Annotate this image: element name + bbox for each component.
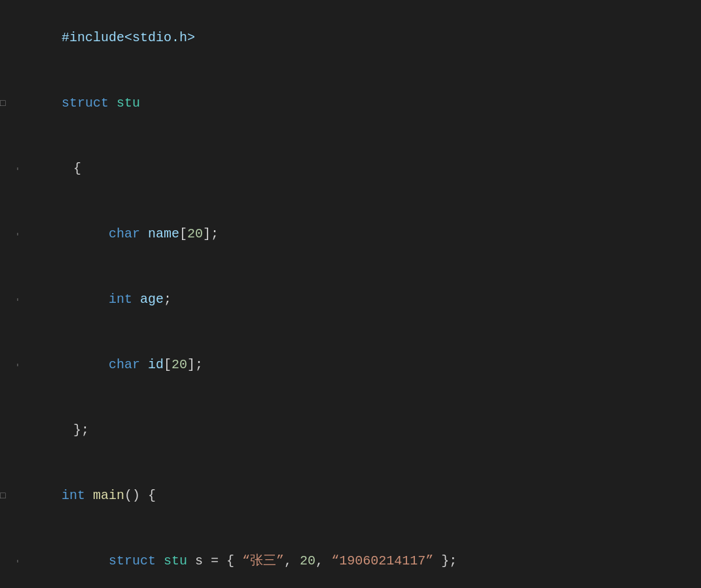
kw-char-4: char bbox=[109, 226, 148, 241]
kw-char-6: char bbox=[109, 357, 148, 372]
str-zhangsan: “张三” bbox=[242, 553, 284, 568]
code-editor: #include<stdio.h> □ struct stu { char na… bbox=[0, 0, 701, 588]
no-fold-1 bbox=[0, 31, 12, 45]
line-content-6: char id[20]; bbox=[59, 334, 701, 396]
no-fold-3 bbox=[0, 162, 12, 176]
no-fold-5 bbox=[0, 292, 12, 307]
struct-stu: stu bbox=[117, 95, 140, 111]
kw-int-8: int bbox=[62, 488, 93, 503]
var-s-9: s = { bbox=[187, 553, 242, 568]
var-age-5: age bbox=[140, 292, 164, 307]
kw-struct: struct bbox=[62, 95, 117, 111]
brackets-4: [ bbox=[179, 226, 187, 241]
code-line-3: { bbox=[0, 136, 701, 201]
code-line-7: }; bbox=[0, 398, 701, 463]
code-line-1: #include<stdio.h> bbox=[0, 5, 701, 71]
code-line-2: □ struct stu bbox=[0, 71, 701, 136]
line-content-7: }; bbox=[24, 399, 701, 462]
brackets-6: [ bbox=[164, 357, 171, 372]
kw-struct-9: struct bbox=[109, 553, 164, 568]
line-content-5: int age; bbox=[59, 268, 701, 331]
line-content-1: #include<stdio.h> bbox=[12, 7, 701, 69]
code-line-8: □ int main() { bbox=[0, 463, 701, 528]
open-brace-3: { bbox=[73, 161, 81, 176]
close-brace-semi-7: }; bbox=[73, 423, 89, 438]
kw-int-5: int bbox=[109, 292, 140, 307]
fold-icon-2[interactable]: □ bbox=[0, 96, 12, 111]
no-fold-6 bbox=[0, 358, 12, 372]
num-20-4: 20 bbox=[187, 226, 203, 241]
line-content-4: char name[20]; bbox=[59, 203, 701, 266]
code-line-5: int age; bbox=[0, 267, 701, 332]
no-fold-7 bbox=[0, 423, 12, 438]
line-content-3: { bbox=[24, 137, 701, 200]
num-20-9: 20 bbox=[300, 553, 315, 568]
preprocessor-directive: #include<stdio.h> bbox=[62, 30, 195, 45]
var-id-6: id bbox=[148, 357, 164, 372]
code-line-6: char id[20]; bbox=[0, 332, 701, 398]
code-line-4: char name[20]; bbox=[0, 201, 701, 267]
brackets-end-6: ]; bbox=[187, 357, 203, 372]
func-main-8: main bbox=[93, 488, 124, 503]
str-id-9: “19060214117” bbox=[331, 553, 433, 568]
fold-icon-8[interactable]: □ bbox=[0, 489, 12, 503]
brackets-end-4: ]; bbox=[203, 226, 219, 241]
parens-8: () { bbox=[124, 488, 156, 503]
no-fold-9 bbox=[0, 554, 12, 568]
line-content-2: struct stu bbox=[12, 72, 701, 135]
code-line-9: struct stu s = { “张三”, 20, “19060214117”… bbox=[0, 528, 701, 588]
semi-5: ; bbox=[164, 292, 171, 307]
no-fold-4 bbox=[0, 227, 12, 241]
struct-stu-9: stu bbox=[164, 553, 187, 568]
line-content-9: struct stu s = { “张三”, 20, “19060214117”… bbox=[59, 530, 701, 588]
comma-1-9: , bbox=[284, 553, 300, 568]
close-9: }; bbox=[433, 553, 457, 568]
line-content-8: int main() { bbox=[12, 464, 701, 527]
comma-2-9: , bbox=[315, 553, 331, 568]
num-20-6: 20 bbox=[171, 357, 187, 372]
var-name-4: name bbox=[148, 226, 179, 241]
